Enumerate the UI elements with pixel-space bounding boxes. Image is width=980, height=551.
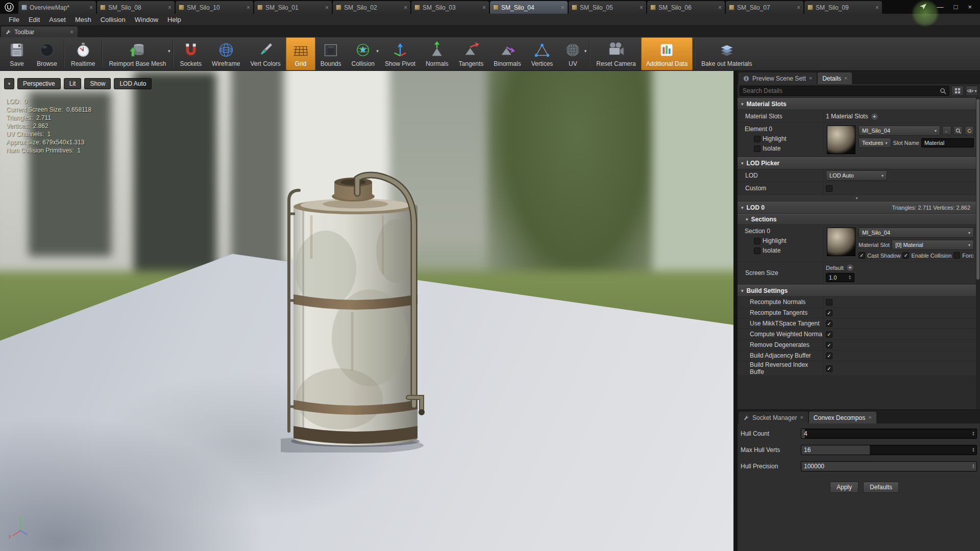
toolbar-vertices-button[interactable]: Vertices bbox=[526, 37, 558, 70]
reset-to-default-button[interactable] bbox=[965, 126, 974, 135]
hull-precision-spinner[interactable]: 100000 ▲▼ bbox=[801, 461, 977, 471]
toolbar-tab[interactable]: Toolbar × bbox=[1, 27, 78, 37]
tab-sm-silo-04[interactable]: SM_Silo_04× bbox=[490, 1, 568, 14]
tab-close-icon[interactable]: × bbox=[718, 5, 722, 11]
tab-close-icon[interactable]: × bbox=[89, 5, 93, 11]
material-thumbnail[interactable] bbox=[827, 228, 855, 256]
tab-close-icon[interactable]: × bbox=[404, 5, 407, 11]
toolbar-uv-button[interactable]: UV ▾ bbox=[558, 37, 587, 70]
hull-count-spinner[interactable]: 4 ▲▼ bbox=[801, 429, 977, 439]
recompute-tangents-checkbox[interactable] bbox=[826, 310, 832, 316]
close-button[interactable]: × bbox=[968, 3, 972, 11]
tab-close-icon[interactable]: × bbox=[868, 415, 871, 420]
combo-arrow-icon[interactable]: ▾ bbox=[376, 48, 379, 54]
menu-mesh[interactable]: Mesh bbox=[70, 16, 96, 23]
build-reversed-index-buffer-checkbox[interactable] bbox=[826, 365, 832, 372]
isolate-checkbox[interactable] bbox=[754, 247, 761, 254]
search-details-input[interactable] bbox=[743, 87, 940, 94]
use-selected-asset-button[interactable]: ← bbox=[942, 126, 951, 135]
tab-close-icon[interactable]: × bbox=[875, 5, 879, 11]
recompute-normals-checkbox[interactable] bbox=[826, 299, 832, 306]
tab-preview-scene-settings[interactable]: Preview Scene Sett × bbox=[739, 72, 817, 84]
build-adjacency-buffer-checkbox[interactable] bbox=[826, 353, 832, 359]
browse-to-asset-button[interactable] bbox=[953, 126, 963, 135]
advanced-expander[interactable]: ▾ bbox=[738, 195, 976, 202]
toolbar-additional-data-button[interactable]: Additional Data bbox=[641, 37, 693, 70]
menu-collision[interactable]: Collision bbox=[96, 16, 130, 23]
tab-close-icon[interactable]: × bbox=[844, 76, 847, 81]
tab-convex-decomposition[interactable]: Convex Decompos × bbox=[809, 412, 876, 423]
display-filter-button[interactable] bbox=[951, 86, 964, 96]
panel-splitter[interactable] bbox=[733, 71, 738, 551]
tab-sm-silo-07[interactable]: SM_Silo_07× bbox=[726, 1, 803, 14]
toolbar-show-pivot-button[interactable]: Show Pivot bbox=[380, 37, 421, 70]
view-options-button[interactable]: ▾ bbox=[966, 86, 978, 96]
maximize-button[interactable]: □ bbox=[954, 3, 958, 11]
feedback-icon[interactable] bbox=[919, 3, 927, 12]
add-screen-size-button[interactable]: + bbox=[846, 264, 854, 271]
tab-close-icon[interactable]: × bbox=[482, 5, 486, 11]
show-button[interactable]: Show bbox=[84, 78, 111, 89]
silo-mesh[interactable] bbox=[281, 167, 439, 453]
lit-button[interactable]: Lit bbox=[64, 78, 82, 89]
compute-weighted-normals-checkbox[interactable] bbox=[826, 331, 832, 338]
perspective-button[interactable]: Perspective bbox=[17, 78, 61, 89]
section-sections-header[interactable]: ▾ Sections bbox=[738, 214, 976, 225]
spinner-arrows-icon[interactable]: ▲▼ bbox=[972, 429, 975, 438]
toolbar-reset-camera-button[interactable]: Reset Camera bbox=[591, 37, 641, 70]
max-hull-verts-spinner[interactable]: 16 ▲▼ bbox=[801, 445, 977, 455]
section-material-dropdown[interactable]: MI_Silo_04▾ bbox=[859, 228, 974, 238]
defaults-button[interactable]: Defaults bbox=[863, 482, 899, 493]
toolbar-binormals-button[interactable]: Binormals bbox=[488, 37, 526, 70]
enable-collision-checkbox[interactable] bbox=[902, 252, 909, 259]
tab-sm-silo-02[interactable]: SM_Silo_02× bbox=[333, 1, 410, 14]
menu-edit[interactable]: Edit bbox=[24, 16, 44, 23]
toolbar-bounds-button[interactable]: Bounds bbox=[315, 37, 347, 70]
toolbar-wireframe-button[interactable]: Wireframe bbox=[207, 37, 245, 70]
toolbar-save-button[interactable]: Save bbox=[2, 37, 32, 70]
custom-checkbox[interactable] bbox=[826, 185, 832, 192]
highlight-checkbox[interactable] bbox=[754, 238, 761, 244]
apply-button[interactable]: Apply bbox=[830, 482, 859, 493]
menu-help[interactable]: Help bbox=[163, 16, 186, 23]
viewport-menu-button[interactable]: ▾ bbox=[4, 78, 14, 89]
remove-degenerates-checkbox[interactable] bbox=[826, 342, 832, 348]
toolbar-realtime-button[interactable]: Realtime bbox=[66, 37, 100, 70]
tab-overviewmap[interactable]: OverviewMap*× bbox=[18, 1, 96, 14]
spinner-arrows-icon[interactable]: ▲▼ bbox=[848, 275, 851, 280]
slot-name-input[interactable]: Material bbox=[921, 138, 974, 147]
section-material-slots-header[interactable]: ▾ Material Slots bbox=[738, 98, 976, 110]
details-scrollbar[interactable] bbox=[976, 98, 980, 409]
toolbar-reimport-base-mesh-button[interactable]: Reimport Base Mesh ▾ bbox=[104, 37, 171, 70]
menu-asset[interactable]: Asset bbox=[44, 16, 70, 23]
tab-close-icon[interactable]: × bbox=[797, 5, 800, 11]
viewport[interactable]: ▾ Perspective Lit Show LOD Auto LOD: 0 C… bbox=[0, 71, 733, 551]
toolbar-collision-button[interactable]: Collision ▾ bbox=[347, 37, 380, 70]
tab-socket-manager[interactable]: Socket Manager × bbox=[739, 412, 808, 423]
textures-dropdown[interactable]: Textures▾ bbox=[859, 138, 891, 148]
section-lod-picker-header[interactable]: ▾ LOD Picker bbox=[738, 157, 976, 169]
tab-details[interactable]: Details × bbox=[818, 72, 852, 84]
tab-sm-silo-01[interactable]: SM_Silo_01× bbox=[254, 1, 332, 14]
tab-close-icon[interactable]: × bbox=[809, 76, 812, 81]
details-scroll-area[interactable]: ▾ Material Slots Material Slots 1 Materi… bbox=[738, 98, 980, 409]
tab-close-icon[interactable]: × bbox=[70, 29, 74, 35]
toolbar-grid-button[interactable]: Grid bbox=[286, 37, 315, 70]
menu-file[interactable]: File bbox=[4, 16, 24, 23]
spinner-arrows-icon[interactable]: ▲▼ bbox=[972, 462, 975, 471]
tab-close-icon[interactable]: × bbox=[561, 5, 565, 11]
search-box[interactable] bbox=[740, 86, 949, 96]
toolbar-sockets-button[interactable]: Sockets bbox=[175, 37, 207, 70]
tab-sm-silo-06[interactable]: SM_Silo_06× bbox=[647, 1, 725, 14]
tab-close-icon[interactable]: × bbox=[800, 415, 803, 420]
toolbar-normals-button[interactable]: Normals bbox=[421, 37, 454, 70]
combo-arrow-icon[interactable]: ▾ bbox=[168, 48, 170, 54]
tab-close-icon[interactable]: × bbox=[168, 5, 172, 11]
toolbar-browse-button[interactable]: Browse bbox=[32, 37, 62, 70]
menu-window[interactable]: Window bbox=[130, 16, 163, 23]
material-thumbnail[interactable] bbox=[827, 126, 855, 154]
material-slot-dropdown[interactable]: [0] Material▾ bbox=[892, 240, 974, 250]
toolbar-vert-colors-button[interactable]: Vert Colors bbox=[245, 37, 285, 70]
highlight-checkbox[interactable] bbox=[754, 136, 761, 142]
add-material-slot-button[interactable]: + bbox=[871, 113, 878, 120]
